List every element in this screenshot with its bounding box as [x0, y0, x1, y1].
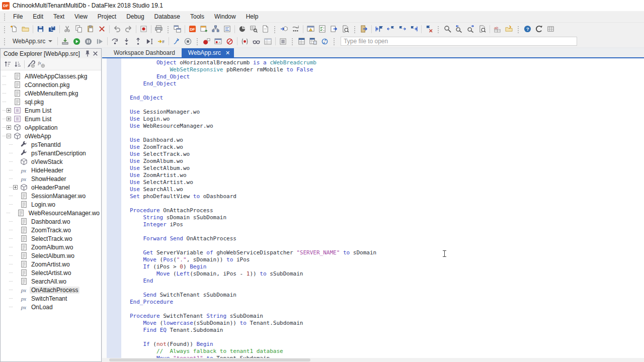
copy-button[interactable] — [73, 24, 85, 35]
tree-item-cconnection-pkg[interactable]: cConnection.pkg — [1, 80, 101, 89]
code-line[interactable] — [130, 334, 644, 341]
step-over-button[interactable] — [109, 36, 121, 47]
tree-item-oapplication[interactable]: oApplication — [1, 123, 101, 132]
tree-item-selecttrack-wo[interactable]: SelectTrack.wo — [1, 234, 101, 243]
disable-breakpoints-button[interactable] — [224, 36, 235, 47]
menu-database[interactable]: Database — [149, 12, 185, 21]
paste-button[interactable] — [85, 24, 96, 35]
code-line[interactable]: Use ZoomAlbum.wo — [130, 158, 644, 165]
replace-button[interactable]: ab — [492, 24, 503, 35]
code-line[interactable] — [130, 306, 644, 313]
class-browser-button[interactable] — [236, 24, 248, 35]
tree-item-allwebappclasses-pkg[interactable]: AllWebAppClasses.pkg — [1, 72, 101, 80]
menu-help[interactable]: Help — [241, 12, 264, 21]
tree-item-owebapp[interactable]: oWebApp — [1, 132, 101, 140]
next-bookmark-button[interactable] — [396, 24, 408, 35]
code-line[interactable]: WebSetResponsive pbRender rmMobile to Fa… — [130, 66, 644, 73]
code-line[interactable]: Use WebResourceManager.wo — [130, 123, 644, 130]
code-line[interactable]: Send SwitchTenant sSubDomain — [130, 292, 644, 299]
toolbar-grip[interactable] — [437, 25, 440, 33]
tab-close-icon[interactable]: ✕ — [225, 50, 230, 55]
toolbar-grip[interactable] — [273, 25, 276, 33]
breakpoints-window-button[interactable] — [239, 36, 251, 47]
watches-button[interactable] — [251, 36, 262, 47]
find-previous-button[interactable] — [453, 24, 465, 35]
menubar-grip[interactable] — [3, 13, 6, 21]
code-editor[interactable]: Object oHorizontalBreadcrumb is a cWebBr… — [102, 58, 644, 362]
code-line[interactable]: Forward Send OnAttachProcess — [130, 235, 644, 242]
toolbar-grip[interactable] — [353, 25, 356, 33]
error-list-button[interactable] — [305, 24, 316, 35]
help-button[interactable]: ? — [522, 24, 533, 35]
table-lookup-button[interactable] — [248, 24, 260, 35]
code-line[interactable]: Use ZoomTrack.wo — [130, 144, 644, 151]
set-next-statement-button[interactable]: # — [155, 36, 167, 47]
close-editor-button[interactable] — [358, 24, 370, 35]
tree-item-pstenantdescription[interactable]: psTenantDescription — [1, 149, 101, 157]
pin-button[interactable] — [83, 50, 91, 57]
code-line[interactable] — [130, 200, 644, 207]
code-line[interactable]: Use ZoomArtist.wo — [130, 172, 644, 179]
expand-toggle[interactable] — [7, 125, 11, 130]
menu-window[interactable]: Window — [209, 12, 241, 21]
code-line[interactable] — [130, 228, 644, 235]
todo-list-button[interactable] — [316, 24, 328, 35]
tree-item-selectalbum-wo[interactable]: SelectAlbum.wo — [1, 251, 101, 260]
menu-file[interactable]: File — [8, 12, 28, 21]
code-line[interactable]: Use SelectArtist.wo — [130, 179, 644, 186]
sort-descending-button[interactable] — [13, 59, 23, 69]
run-button[interactable] — [71, 36, 83, 47]
stop-button[interactable] — [182, 36, 194, 47]
expand-toggle[interactable] — [7, 108, 11, 113]
about-button[interactable] — [533, 24, 545, 35]
tree-item-enum-list[interactable]: Enum List — [1, 106, 101, 115]
open-file-button[interactable] — [20, 24, 31, 35]
tree-item-dashboard-wo[interactable]: Dashboard.wo — [1, 217, 101, 226]
panel-close-button[interactable] — [91, 50, 99, 57]
open-selected-file-button[interactable] — [503, 24, 515, 35]
code-line[interactable]: If (not(Found)) Begin — [130, 341, 644, 348]
project-selector[interactable]: WebApp.src — [8, 36, 56, 46]
code-line[interactable] — [130, 242, 644, 249]
compile-button[interactable] — [59, 36, 71, 47]
code-line[interactable]: Integer iPos — [130, 221, 644, 228]
tree-item-sessionmanager-wo[interactable]: SessionManager.wo — [1, 192, 101, 200]
code-line[interactable]: String sDomain sSubDomain — [130, 214, 644, 221]
breakpoint-margin[interactable] — [102, 58, 107, 362]
code-line[interactable] — [130, 130, 644, 137]
tree-item-onload[interactable]: pxOnLoad — [1, 303, 101, 311]
tree-item-selectartist-wo[interactable]: SelectArtist.wo — [1, 268, 101, 277]
menu-tools[interactable]: Tools — [185, 12, 209, 21]
code-line[interactable] — [130, 102, 644, 109]
tree-item-searchall-wo[interactable]: SearchAll.wo — [1, 277, 101, 286]
goto-definition-button[interactable] — [278, 24, 290, 35]
code-line[interactable]: Object oHorizontalBreadcrumb is a cWebBr… — [130, 59, 644, 66]
code-line[interactable] — [130, 285, 644, 292]
code-line[interactable]: Use Dashboard.wo — [130, 137, 644, 144]
menu-edit[interactable]: Edit — [28, 12, 48, 21]
start-without-debugging-button[interactable] — [94, 36, 106, 47]
record-macro-button[interactable] — [138, 24, 149, 35]
menu-text[interactable]: Text — [48, 12, 69, 21]
tree-item-onattachprocess[interactable]: pxOnAttachProcess — [1, 286, 101, 294]
fold-gutter[interactable] — [107, 58, 121, 362]
show-grid-button[interactable] — [545, 24, 556, 35]
previous-bookmark-button[interactable] — [385, 24, 396, 35]
tree-item-webresourcemanager-wo[interactable]: WebResourceManager.wo — [1, 209, 101, 217]
tab-workspace-dashboard[interactable]: Workspace Dashboard — [107, 48, 182, 57]
copy-special-button[interactable] — [172, 24, 183, 35]
object-browser-button[interactable] — [210, 24, 221, 35]
menu-view[interactable]: View — [69, 12, 93, 21]
code-line[interactable]: If (iPos > 0) Begin — [130, 263, 644, 270]
cut-button[interactable] — [61, 24, 73, 35]
web-functions-button[interactable]: fx — [36, 59, 46, 69]
code-line[interactable]: Move (Pos(".", sDomain)) to iPos — [130, 256, 644, 263]
tree-item-hideheader[interactable]: pxHideHeader — [1, 166, 101, 174]
locals-button[interactable] — [262, 36, 274, 47]
find-in-files-button[interactable] — [476, 24, 488, 35]
synchronize-database-button[interactable] — [319, 36, 331, 47]
expand-toggle[interactable] — [7, 134, 11, 138]
code-line[interactable] — [130, 87, 644, 95]
save-all-button[interactable] — [46, 24, 58, 35]
code-line[interactable]: Procedure SwitchTenant String sSubDomain — [130, 313, 644, 320]
